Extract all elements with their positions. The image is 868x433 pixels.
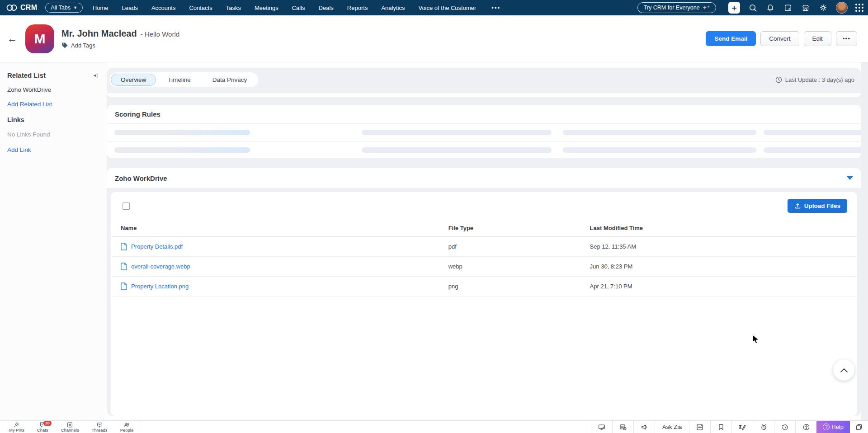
tab-reports[interactable]: Reports bbox=[347, 5, 368, 11]
marketplace-icon[interactable] bbox=[801, 3, 811, 13]
chats-label: Chats bbox=[37, 428, 48, 433]
previous-section-edge bbox=[107, 93, 861, 97]
tab-calls[interactable]: Calls bbox=[292, 5, 305, 11]
workdrive-files-card: Upload Files Name File Type Last Modifie… bbox=[111, 192, 857, 416]
tab-tasks[interactable]: Tasks bbox=[226, 5, 241, 11]
all-tabs-dropdown[interactable]: All Tabs ▼ bbox=[45, 3, 82, 13]
tab-contacts[interactable]: Contacts bbox=[189, 5, 212, 11]
last-update-text: Last Update : 3 day(s) ago bbox=[785, 76, 854, 83]
bookmark-icon[interactable] bbox=[710, 421, 731, 433]
accessibility-icon[interactable] bbox=[795, 421, 816, 433]
tab-home[interactable]: Home bbox=[93, 5, 108, 11]
zoho-crm-logo[interactable]: CRM bbox=[6, 4, 37, 12]
announcement-icon[interactable] bbox=[633, 421, 655, 433]
zia-notebook-icon[interactable] bbox=[731, 421, 753, 433]
column-header-last-modified[interactable]: Last Modified Time bbox=[581, 221, 856, 237]
table-row[interactable]: overall-coverage.webp webp Jun 30, 8:23 … bbox=[112, 257, 856, 277]
time-card-icon[interactable] bbox=[612, 421, 633, 433]
edit-button[interactable]: Edit bbox=[804, 31, 831, 46]
scroll-to-top-button[interactable] bbox=[833, 359, 854, 381]
try-crm-for-everyone-button[interactable]: Try CRM for Everyone ✦⁺ bbox=[637, 2, 716, 13]
tab-overview[interactable]: Overview bbox=[111, 74, 156, 86]
user-avatar[interactable] bbox=[836, 2, 848, 14]
add-link-link[interactable]: Add Link bbox=[7, 146, 100, 153]
record-scroll-area[interactable]: Scoring Rules Zoho WorkDrive bbox=[107, 91, 861, 416]
file-link[interactable]: Property Location.png bbox=[131, 283, 189, 290]
last-update-status: Last Update : 3 day(s) ago bbox=[775, 76, 854, 83]
add-tags-button[interactable]: Add Tags bbox=[61, 42, 179, 49]
signals-icon[interactable] bbox=[689, 421, 710, 433]
record-header: ← M Mr. John Maclead - Hello World Add T… bbox=[0, 15, 868, 62]
people-icon bbox=[123, 422, 130, 428]
help-button[interactable]: ? Help bbox=[816, 421, 850, 433]
people-button[interactable]: People bbox=[114, 421, 140, 433]
channels-button[interactable]: Channels bbox=[55, 421, 85, 433]
file-link[interactable]: Property Details.pdf bbox=[131, 243, 183, 250]
column-header-name[interactable]: Name bbox=[112, 221, 439, 237]
my-pins-label: My Pins bbox=[9, 428, 24, 433]
calendar-icon[interactable] bbox=[783, 3, 793, 13]
table-row[interactable]: Property Details.pdf pdf Sep 12, 11:35 A… bbox=[112, 237, 856, 257]
brand-name: CRM bbox=[20, 4, 37, 12]
add-related-list-link[interactable]: Add Related List bbox=[7, 101, 100, 108]
help-label: Help bbox=[831, 424, 844, 430]
upload-files-button[interactable]: Upload Files bbox=[788, 199, 847, 213]
tab-meetings[interactable]: Meetings bbox=[255, 5, 278, 11]
app-grid-icon[interactable] bbox=[855, 4, 863, 12]
pin-icon bbox=[13, 422, 20, 428]
module-tabs: Home Leads Accounts Contacts Tasks Meeti… bbox=[93, 5, 500, 11]
more-tabs-button[interactable]: ••• bbox=[491, 5, 500, 11]
file-link[interactable]: overall-coverage.webp bbox=[131, 263, 190, 270]
select-all-checkbox[interactable] bbox=[123, 202, 130, 210]
notifications-bell-icon[interactable] bbox=[765, 3, 775, 13]
main-panel-wrap: Overview Timeline Data Privacy Last Upda… bbox=[107, 62, 868, 420]
tab-leads[interactable]: Leads bbox=[122, 5, 138, 11]
related-list-heading: Related List bbox=[7, 71, 46, 79]
no-links-found-text: No Links Found bbox=[7, 131, 100, 138]
chats-unread-badge: 20 bbox=[43, 421, 51, 426]
zoho-workdrive-section: Zoho WorkDrive bbox=[107, 168, 861, 188]
copy-stack-icon[interactable] bbox=[850, 421, 868, 433]
more-actions-button[interactable]: ••• bbox=[836, 31, 857, 46]
table-row[interactable]: Property Location.png png Apr 21, 7:10 P… bbox=[112, 277, 856, 297]
sparkle-icon: ✦⁺ bbox=[703, 5, 710, 11]
my-pins-button[interactable]: My Pins bbox=[3, 421, 31, 433]
tab-accounts[interactable]: Accounts bbox=[151, 5, 175, 11]
tab-analytics[interactable]: Analytics bbox=[381, 5, 405, 11]
lead-avatar: M bbox=[25, 24, 54, 53]
file-type: png bbox=[439, 277, 581, 297]
collapse-section-chevron-icon[interactable] bbox=[847, 176, 853, 180]
screen-share-icon[interactable] bbox=[591, 421, 612, 433]
all-tabs-label: All Tabs bbox=[51, 5, 71, 11]
send-email-button[interactable]: Send Email bbox=[706, 31, 756, 46]
settings-gear-icon[interactable] bbox=[818, 3, 828, 13]
search-icon[interactable] bbox=[748, 3, 758, 13]
workdrive-files-table: Name File Type Last Modified Time bbox=[112, 221, 856, 297]
quick-create-button[interactable]: + bbox=[728, 2, 740, 14]
add-tags-label: Add Tags bbox=[71, 42, 95, 49]
ask-zia-button[interactable]: Ask Zia bbox=[655, 421, 689, 433]
threads-label: Threads bbox=[92, 428, 108, 433]
tag-icon bbox=[61, 42, 68, 49]
tab-deals[interactable]: Deals bbox=[319, 5, 334, 11]
chevron-down-icon: ▼ bbox=[73, 5, 77, 10]
record-detail-panel: Overview Timeline Data Privacy Last Upda… bbox=[107, 68, 861, 416]
chats-button[interactable]: 20 Chats bbox=[31, 421, 55, 433]
back-arrow-icon[interactable]: ← bbox=[7, 33, 17, 45]
collapse-sidebar-icon[interactable]: ◄▏ bbox=[92, 73, 100, 78]
recent-history-icon[interactable] bbox=[774, 421, 795, 433]
threads-button[interactable]: Threads bbox=[85, 421, 114, 433]
column-header-file-type[interactable]: File Type bbox=[439, 221, 581, 237]
reminder-icon[interactable] bbox=[753, 421, 774, 433]
tab-voice-of-the-customer[interactable]: Voice of the Customer bbox=[418, 5, 476, 11]
tab-timeline[interactable]: Timeline bbox=[158, 74, 201, 86]
people-label: People bbox=[120, 428, 134, 433]
convert-button[interactable]: Convert bbox=[760, 31, 799, 46]
file-modified-time: Sep 12, 11:35 AM bbox=[581, 237, 856, 257]
question-mark-icon: ? bbox=[823, 424, 830, 430]
tab-data-privacy[interactable]: Data Privacy bbox=[203, 74, 257, 86]
sidebar-item-zoho-workdrive[interactable]: Zoho WorkDrive bbox=[7, 86, 100, 93]
scoring-rules-title: Scoring Rules bbox=[115, 110, 160, 118]
ask-zia-label: Ask Zia bbox=[662, 424, 682, 430]
workdrive-toolbar: Upload Files bbox=[111, 192, 857, 219]
